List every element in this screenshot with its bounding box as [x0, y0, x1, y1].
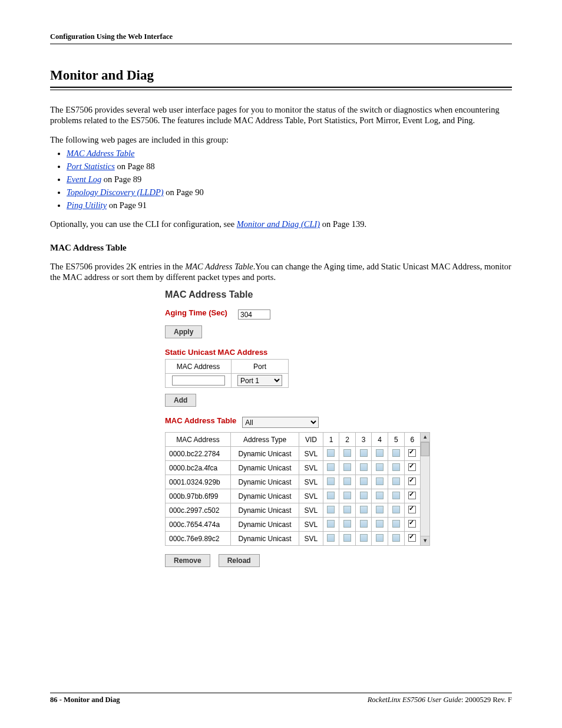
- checkbox-icon[interactable]: [392, 463, 400, 471]
- table-scrollbar[interactable]: ▲ ▼: [421, 432, 430, 546]
- cell-port-1[interactable]: [323, 461, 339, 475]
- checkbox-icon[interactable]: [327, 506, 335, 513]
- static-mac-input[interactable]: [172, 375, 225, 386]
- cell-port-3[interactable]: [355, 489, 372, 503]
- cell-port-6[interactable]: [404, 447, 421, 461]
- cell-port-6[interactable]: [404, 461, 421, 475]
- scroll-down-arrow-icon[interactable]: ▼: [421, 536, 429, 545]
- checkbox-icon[interactable]: [360, 534, 368, 542]
- cell-port-5[interactable]: [388, 518, 405, 532]
- aging-time-input[interactable]: [238, 309, 270, 319]
- cell-port-3[interactable]: [355, 503, 372, 518]
- cell-port-1[interactable]: [323, 489, 339, 503]
- cell-port-5[interactable]: [388, 489, 405, 503]
- cell-port-6[interactable]: [404, 489, 421, 503]
- link-mac-address-table[interactable]: MAC Address Table: [67, 149, 134, 158]
- cell-port-2[interactable]: [339, 532, 356, 546]
- cell-port-3[interactable]: [355, 532, 372, 546]
- cell-port-2[interactable]: [339, 475, 356, 489]
- checkbox-icon[interactable]: [408, 520, 416, 528]
- table-row[interactable]: 000b.97bb.6f99Dynamic UnicastSVL: [166, 489, 421, 503]
- checkbox-icon[interactable]: [327, 520, 335, 528]
- cell-port-5[interactable]: [388, 532, 405, 546]
- cell-port-3[interactable]: [355, 461, 372, 475]
- link-monitor-diag-cli[interactable]: Monitor and Diag (CLI): [237, 219, 320, 229]
- cell-port-4[interactable]: [372, 518, 388, 532]
- checkbox-icon[interactable]: [408, 534, 416, 542]
- checkbox-icon[interactable]: [327, 534, 335, 542]
- cell-port-5[interactable]: [388, 503, 405, 518]
- checkbox-icon[interactable]: [343, 449, 351, 457]
- apply-button[interactable]: Apply: [165, 325, 202, 338]
- checkbox-icon[interactable]: [392, 477, 400, 485]
- checkbox-icon[interactable]: [343, 463, 351, 471]
- mac-filter-select[interactable]: All: [242, 417, 319, 428]
- cell-port-1[interactable]: [323, 447, 339, 461]
- checkbox-icon[interactable]: [376, 449, 384, 457]
- link-topology-discovery[interactable]: Topology Discovery (LLDP): [67, 187, 164, 197]
- cell-port-4[interactable]: [372, 532, 388, 546]
- cell-port-5[interactable]: [388, 475, 405, 489]
- table-row[interactable]: 0001.0324.929bDynamic UnicastSVL: [166, 475, 421, 489]
- cell-port-6[interactable]: [404, 503, 421, 518]
- cell-port-3[interactable]: [355, 518, 372, 532]
- scroll-thumb[interactable]: [421, 442, 429, 456]
- link-ping-utility[interactable]: Ping Utility: [67, 200, 107, 210]
- cell-port-5[interactable]: [388, 447, 405, 461]
- checkbox-icon[interactable]: [376, 534, 384, 542]
- checkbox-icon[interactable]: [376, 506, 384, 513]
- table-row[interactable]: 0000.bc2a.4fcaDynamic UnicastSVL: [166, 461, 421, 475]
- checkbox-icon[interactable]: [327, 477, 335, 485]
- cell-port-4[interactable]: [372, 461, 388, 475]
- checkbox-icon[interactable]: [360, 477, 368, 485]
- checkbox-icon[interactable]: [392, 506, 400, 513]
- reload-button[interactable]: Reload: [219, 554, 260, 567]
- link-port-statistics[interactable]: Port Statistics: [67, 162, 115, 171]
- add-button[interactable]: Add: [165, 394, 196, 407]
- cell-port-1[interactable]: [323, 503, 339, 518]
- scroll-up-arrow-icon[interactable]: ▲: [421, 433, 429, 442]
- cell-port-3[interactable]: [355, 447, 372, 461]
- cell-port-1[interactable]: [323, 518, 339, 532]
- checkbox-icon[interactable]: [360, 492, 368, 499]
- checkbox-icon[interactable]: [376, 477, 384, 485]
- checkbox-icon[interactable]: [360, 449, 368, 457]
- cell-port-5[interactable]: [388, 461, 405, 475]
- checkbox-icon[interactable]: [360, 506, 368, 513]
- checkbox-icon[interactable]: [343, 492, 351, 499]
- cell-port-4[interactable]: [372, 489, 388, 503]
- cell-port-2[interactable]: [339, 518, 356, 532]
- checkbox-icon[interactable]: [343, 520, 351, 528]
- table-row[interactable]: 0000.bc22.2784Dynamic UnicastSVL: [166, 447, 421, 461]
- cell-port-2[interactable]: [339, 461, 356, 475]
- checkbox-icon[interactable]: [360, 520, 368, 528]
- link-event-log[interactable]: Event Log: [67, 174, 101, 184]
- checkbox-icon[interactable]: [327, 449, 335, 457]
- checkbox-icon[interactable]: [327, 463, 335, 471]
- table-row[interactable]: 000c.76e9.89c2Dynamic UnicastSVL: [166, 532, 421, 546]
- table-row[interactable]: 000c.2997.c502Dynamic UnicastSVL: [166, 503, 421, 518]
- checkbox-icon[interactable]: [408, 463, 416, 471]
- cell-port-4[interactable]: [372, 475, 388, 489]
- cell-port-4[interactable]: [372, 447, 388, 461]
- checkbox-icon[interactable]: [408, 477, 416, 485]
- checkbox-icon[interactable]: [408, 506, 416, 513]
- cell-port-6[interactable]: [404, 518, 421, 532]
- cell-port-1[interactable]: [323, 475, 339, 489]
- remove-button[interactable]: Remove: [165, 554, 210, 567]
- cell-port-3[interactable]: [355, 475, 372, 489]
- checkbox-icon[interactable]: [343, 477, 351, 485]
- checkbox-icon[interactable]: [376, 463, 384, 471]
- checkbox-icon[interactable]: [376, 492, 384, 499]
- cell-port-1[interactable]: [323, 532, 339, 546]
- static-port-select[interactable]: Port 1: [237, 375, 282, 386]
- checkbox-icon[interactable]: [392, 449, 400, 457]
- checkbox-icon[interactable]: [392, 520, 400, 528]
- cell-port-4[interactable]: [372, 503, 388, 518]
- checkbox-icon[interactable]: [343, 534, 351, 542]
- cell-port-2[interactable]: [339, 447, 356, 461]
- checkbox-icon[interactable]: [343, 506, 351, 513]
- checkbox-icon[interactable]: [327, 492, 335, 499]
- table-row[interactable]: 000c.7654.474aDynamic UnicastSVL: [166, 518, 421, 532]
- cell-port-6[interactable]: [404, 532, 421, 546]
